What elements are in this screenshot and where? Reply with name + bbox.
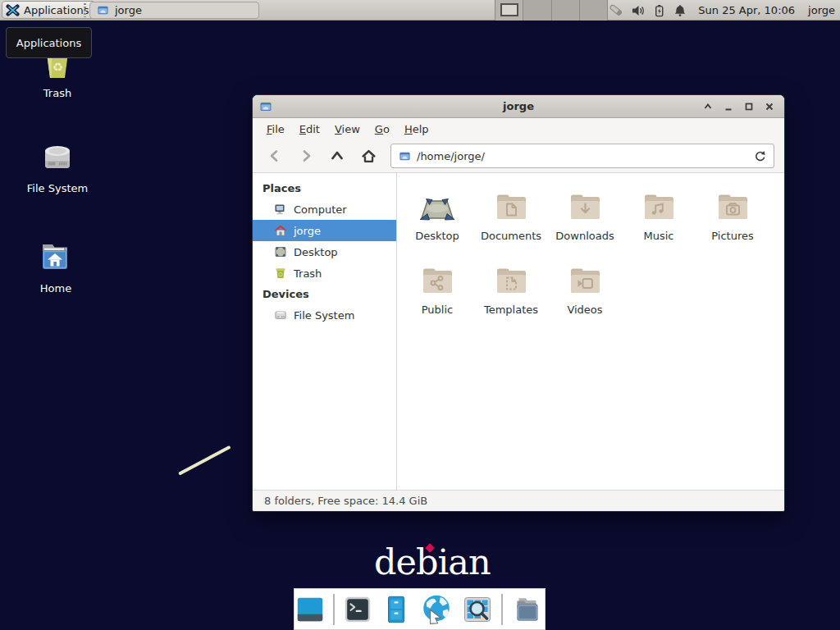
tooltip-text: Applications [16,37,81,49]
hard-drive-icon [38,138,77,177]
debian-logo: debian [374,541,491,582]
menu-go[interactable]: Go [368,121,397,138]
desktop-icon-label: Trash [43,87,71,99]
desktop-icon-file-system[interactable]: File System [21,138,94,194]
toolbar: /home/jorge/ [253,139,784,173]
file-label: Public [422,304,453,316]
panel-grip-handle[interactable] [84,3,86,17]
documents-folder-icon [491,187,531,226]
file-label: Downloads [555,230,614,242]
workspace-pager[interactable] [495,0,608,21]
dock-separator [333,594,335,625]
path-input[interactable]: /home/jorge/ [417,150,747,162]
desktop-special-icon [418,187,457,226]
workspace-1[interactable] [495,0,523,21]
volume-icon[interactable] [631,3,646,18]
sidebar-item-label: Desktop [294,246,338,258]
file-label: Music [644,230,674,242]
drive-icon [274,308,287,322]
file-pane[interactable]: Desktop Documents [397,173,784,490]
trash-icon [274,267,287,280]
file-item-music[interactable]: Music [622,184,696,258]
forward-button[interactable] [292,144,320,168]
applications-menu-button[interactable]: Applications [2,1,95,19]
taskbar-window-button[interactable]: jorge [89,2,259,19]
sidebar-item-trash[interactable]: Trash [253,262,396,284]
file-item-downloads[interactable]: Downloads [548,184,622,258]
sidebar-item-label: Trash [294,267,322,280]
battery-icon[interactable] [652,3,666,18]
status-text: 8 folders, Free space: 14.4 GiB [264,495,427,507]
whiteboard-icon[interactable] [609,2,624,18]
panel-clock[interactable]: Sun 25 Apr, 10:06 [698,4,795,16]
titlebar[interactable]: jorge [253,95,784,118]
status-bar: 8 folders, Free space: 14.4 GiB [253,490,784,511]
computer-icon [274,203,287,216]
window-main: Places Computer jorge [253,173,784,490]
pointer-line [178,445,231,476]
desktop-icon-home[interactable]: Home [20,238,92,294]
public-folder-icon [418,261,457,300]
sidebar-item-label: Computer [294,203,347,216]
dock-separator [501,594,503,625]
minimize-button[interactable] [719,98,737,116]
file-manager-window: jorge File Edit View Go Help [252,94,785,512]
file-grid: Desktop Documents [397,173,784,331]
desktop-icon-label: File System [27,182,88,194]
downloads-folder-icon [565,187,605,226]
file-item-documents[interactable]: Documents [474,184,548,258]
xfce-logo-icon [6,3,20,17]
shade-button[interactable] [699,98,716,116]
sidebar-item-desktop[interactable]: Desktop [253,241,396,262]
workspace-2[interactable] [523,0,551,21]
application-finder-launcher[interactable] [461,593,494,626]
menu-edit[interactable]: Edit [292,121,327,138]
sidebar-item-label: jorge [294,225,321,237]
reload-icon[interactable] [753,149,766,162]
svg-text:♻: ♻ [52,60,63,75]
sidebar-item-computer[interactable]: Computer [253,199,396,220]
menu-file[interactable]: File [259,121,292,138]
notifications-icon[interactable] [673,3,687,18]
maximize-button[interactable] [740,98,757,116]
workspace-4[interactable] [580,0,608,21]
file-item-desktop[interactable]: Desktop [400,184,474,258]
file-label: Documents [481,230,541,242]
window-controls [699,95,778,118]
applications-menu-label: Applications [24,4,89,16]
sidebar-header-places: Places [253,178,396,199]
videos-folder-icon [565,261,605,300]
folder-icon [97,4,109,16]
file-label: Desktop [415,230,459,242]
home-folder-icon [36,238,75,277]
up-button[interactable] [323,144,351,168]
applications-tooltip: Applications [6,27,92,58]
file-item-pictures[interactable]: Pictures [696,184,769,258]
templates-folder-icon [491,261,531,300]
file-folder-launcher[interactable] [510,592,545,627]
file-item-templates[interactable]: Templates [474,258,548,331]
sidebar-item-jorge[interactable]: jorge [253,220,396,241]
show-desktop-button[interactable] [294,594,326,625]
file-label: Pictures [711,230,753,242]
menu-help[interactable]: Help [397,121,436,138]
close-button[interactable] [760,98,778,116]
file-manager-launcher[interactable] [381,594,412,625]
file-item-public[interactable]: Public [400,258,474,331]
panel-username[interactable]: jorge [808,4,835,16]
dock-panel [294,588,546,630]
file-item-videos[interactable]: Videos [548,258,622,331]
terminal-launcher[interactable] [342,594,373,625]
home-button[interactable] [354,144,382,168]
taskbar-window-label: jorge [115,4,142,16]
menu-view[interactable]: View [327,121,368,138]
back-button[interactable] [261,144,289,168]
sidebar-item-label: File System [294,309,354,322]
file-label: Templates [484,304,538,316]
sidebar-item-file-system[interactable]: File System [253,304,396,326]
menubar: File Edit View Go Help [253,118,784,139]
file-label: Videos [567,304,602,316]
path-bar[interactable]: /home/jorge/ [390,144,774,168]
workspace-3[interactable] [552,0,580,21]
web-browser-launcher[interactable] [419,592,454,627]
